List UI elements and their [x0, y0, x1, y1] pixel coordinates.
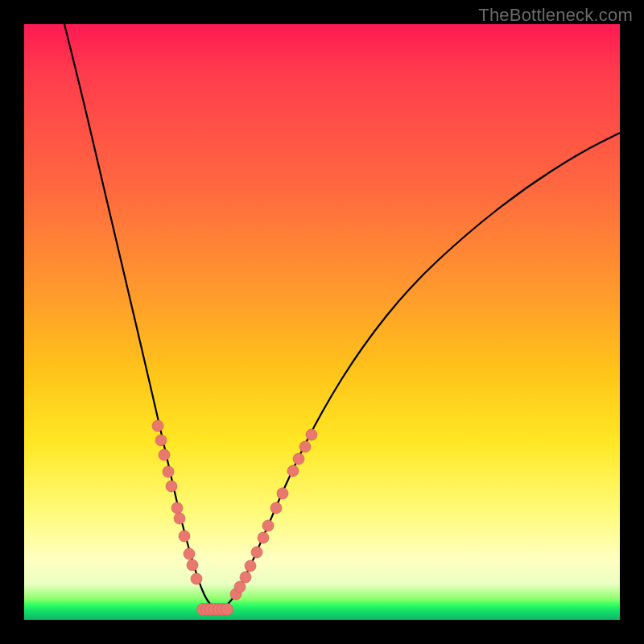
marker-dot — [159, 449, 170, 460]
plot-area — [24, 24, 620, 620]
marker-dot — [287, 465, 299, 477]
marker-dot — [163, 466, 174, 477]
marker-dot — [270, 502, 282, 514]
marker-dot — [174, 513, 185, 524]
marker-dot — [262, 520, 274, 531]
marker-dot — [251, 547, 262, 558]
marker-dot — [293, 453, 304, 464]
marker-dot — [245, 560, 256, 572]
marker-dot — [234, 581, 246, 592]
marker-dot — [191, 573, 202, 584]
curve-layer — [24, 24, 620, 620]
bottleneck-curve — [64, 24, 620, 609]
marker-dot — [277, 488, 288, 499]
marker-dot — [240, 572, 251, 583]
dots-left-branch — [152, 420, 202, 584]
marker-dot — [152, 420, 163, 431]
marker-dot — [187, 559, 198, 571]
marker-dot — [166, 481, 177, 492]
marker-dot — [155, 435, 167, 446]
marker-dot — [299, 441, 311, 452]
marker-dot — [184, 548, 195, 559]
marker-dot — [171, 502, 183, 514]
watermark-text: TheBottleneck.com — [478, 5, 633, 26]
trough-bar — [197, 604, 233, 616]
marker-dot — [258, 532, 269, 543]
chart-frame: TheBottleneck.com — [0, 0, 644, 644]
marker-dot — [179, 530, 190, 542]
marker-dot — [306, 429, 317, 440]
trough-dot — [221, 604, 233, 616]
